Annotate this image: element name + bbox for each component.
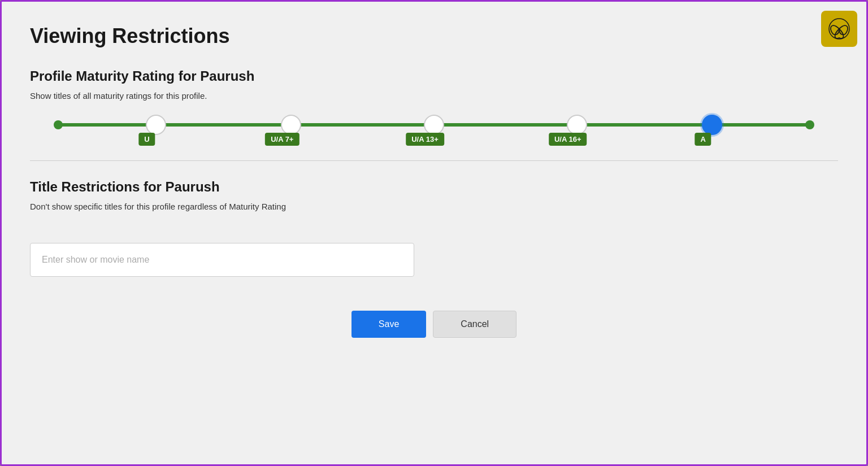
section-divider (30, 160, 838, 161)
show-movie-search-input[interactable] (30, 243, 414, 277)
title-restrictions-section: Title Restrictions for Paurush Don't sho… (30, 179, 838, 277)
slider-track: U U/A 7+ U/A 13+ U/A 16+ A (58, 123, 810, 127)
slider-thumb-a[interactable]: A (702, 115, 722, 135)
slider-thumb-u[interactable]: U (146, 115, 166, 135)
page-title: Viewing Restrictions (30, 24, 838, 48)
maturity-section-desc: Show titles of all maturity ratings for … (30, 91, 838, 101)
slider-thumb-ua7[interactable]: U/A 7+ (281, 115, 301, 135)
rating-label-ua13: U/A 13+ (406, 133, 444, 146)
maturity-rating-section: Profile Maturity Rating for Paurush Show… (30, 68, 838, 127)
viewing-restrictions-window: Viewing Restrictions Profile Maturity Ra… (0, 0, 868, 466)
title-restrictions-title: Title Restrictions for Paurush (30, 179, 838, 195)
maturity-slider[interactable]: U U/A 7+ U/A 13+ U/A 16+ A (58, 123, 810, 127)
slider-thumb-ua16[interactable]: U/A 16+ (567, 115, 587, 135)
action-buttons: Save Cancel (30, 311, 838, 338)
maturity-section-title: Profile Maturity Rating for Paurush (30, 68, 838, 84)
save-button[interactable]: Save (351, 311, 426, 338)
app-logo (821, 11, 857, 47)
rating-label-ua16: U/A 16+ (549, 133, 587, 146)
rating-label-a: A (695, 133, 711, 146)
rating-label-u: U (138, 133, 155, 146)
cancel-button[interactable]: Cancel (433, 311, 517, 338)
slider-thumb-ua13[interactable]: U/A 13+ (424, 115, 444, 135)
title-restrictions-desc: Don't show specific titles for this prof… (30, 202, 838, 211)
rating-label-ua7: U/A 7+ (265, 133, 299, 146)
